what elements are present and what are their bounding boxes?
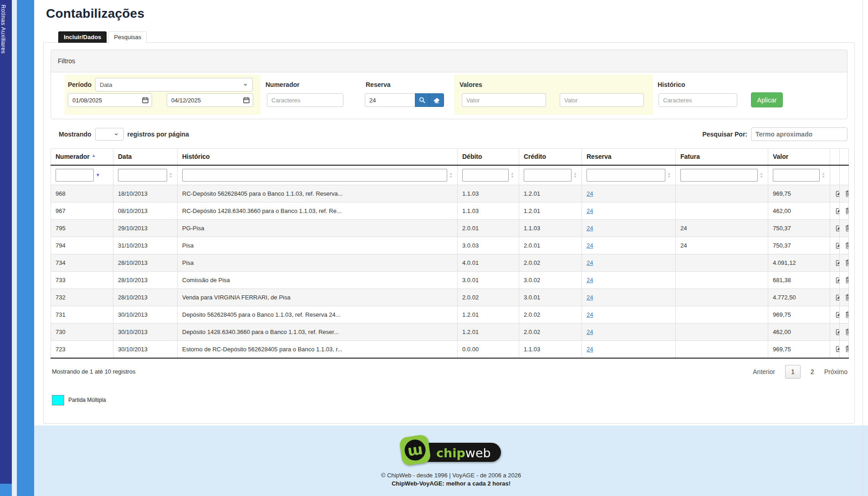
dropdown-icon[interactable]: ▼ — [96, 172, 100, 177]
col-header-fatura[interactable]: Fatura — [676, 149, 768, 165]
tab-pesquisas[interactable]: Pesquisas — [108, 31, 147, 43]
filter-historico-input[interactable] — [182, 169, 447, 182]
cell-fatura — [676, 202, 768, 220]
page-size-select[interactable]: ⌄ — [95, 128, 124, 141]
delete-row-button[interactable] — [844, 258, 849, 267]
delete-row-button[interactable] — [844, 344, 849, 353]
cell-debito: 4.0.01 — [458, 254, 519, 272]
cell-fatura — [676, 185, 768, 202]
pagination-previous[interactable]: Anterior — [753, 368, 775, 375]
pagination-page-1[interactable]: 1 — [785, 365, 801, 379]
filter-fatura-input[interactable] — [680, 169, 758, 182]
reserva-link[interactable]: 24 — [587, 225, 593, 232]
trash-icon — [845, 190, 849, 197]
trash-icon — [845, 225, 849, 232]
col-header-reserva[interactable]: Reserva — [582, 149, 676, 165]
tagline-text: ChipWeb-VoyAGE: melhor a cada 2 horas! — [34, 480, 868, 487]
delete-row-button[interactable] — [844, 224, 849, 233]
pagination-page-2[interactable]: 2 — [811, 368, 814, 375]
delete-row-button[interactable] — [844, 241, 849, 250]
reserva-link[interactable]: 24 — [587, 259, 593, 266]
edit-row-button[interactable] — [835, 189, 840, 198]
col-header-debito[interactable]: Débito — [458, 149, 519, 165]
trash-icon — [845, 277, 849, 283]
trash-icon — [845, 329, 849, 335]
cell-valor: 462,00 — [768, 202, 830, 220]
filter-reserva-input[interactable] — [587, 169, 665, 182]
edit-row-button[interactable] — [835, 344, 840, 353]
cell-debito: 2.0.01 — [458, 220, 519, 237]
legend: Partida Múltipla — [52, 395, 848, 405]
reserva-search-button[interactable] — [415, 93, 429, 107]
edit-row-button[interactable] — [835, 207, 840, 215]
reserva-clear-button[interactable] — [429, 93, 444, 107]
pagination-next[interactable]: Próximo — [824, 368, 848, 375]
table-row: 733 28/10/2013 Comissão de Pisa 3.0.01 3… — [51, 272, 849, 289]
numerador-input[interactable] — [267, 93, 343, 107]
sidebar-rotinas-auxiliares[interactable]: Rotinas Auxiliares — [0, 0, 12, 484]
edit-row-button[interactable] — [835, 224, 840, 233]
edit-row-button[interactable] — [835, 310, 840, 319]
search-icon — [419, 97, 425, 103]
col-header-credito[interactable]: Crédito — [519, 149, 582, 165]
reserva-input[interactable] — [365, 93, 415, 107]
reserva-link[interactable]: 24 — [587, 329, 593, 335]
filter-credito-input[interactable] — [524, 169, 572, 182]
delete-row-button[interactable] — [844, 207, 849, 215]
col-header-numerador[interactable]: Numerador▲ — [51, 149, 113, 165]
edit-icon — [836, 208, 840, 214]
cell-fatura — [676, 324, 768, 341]
reserva-link[interactable]: 24 — [587, 311, 593, 318]
aplicar-button[interactable]: Aplicar — [751, 92, 783, 107]
valor-min-input[interactable] — [462, 93, 546, 107]
cell-fatura — [676, 254, 768, 272]
reserva-link[interactable]: 24 — [587, 277, 593, 283]
date-to-input[interactable] — [167, 93, 253, 107]
periodo-type-select[interactable]: Data ⌄ — [95, 78, 253, 91]
delete-row-button[interactable] — [844, 276, 849, 284]
edit-row-button[interactable] — [835, 258, 840, 267]
cell-reserva: 24 — [582, 220, 676, 237]
edit-row-button[interactable] — [835, 276, 840, 284]
pagination: Anterior 1 2 Próximo — [753, 365, 848, 379]
periodo-type-value: Data — [100, 81, 112, 88]
calendar-icon[interactable] — [243, 97, 250, 103]
filter-valor-input[interactable] — [773, 169, 820, 182]
cell-data: 28/10/2013 — [113, 254, 178, 272]
edit-row-button[interactable] — [835, 293, 840, 302]
edit-row-button[interactable] — [835, 241, 840, 250]
filter-data-input[interactable] — [118, 169, 167, 182]
delete-row-button[interactable] — [844, 189, 849, 198]
svg-text:chipweb: chipweb — [436, 446, 491, 460]
delete-row-button[interactable] — [844, 328, 849, 336]
chevron-down-icon: ⌄ — [113, 131, 119, 135]
filter-numerador-input[interactable] — [56, 169, 94, 182]
col-header-actions-1 — [830, 149, 840, 165]
date-from-input[interactable] — [68, 93, 152, 107]
sidebar-label[interactable]: Rotinas Auxiliares — [0, 0, 7, 54]
edit-row-button[interactable] — [835, 328, 840, 336]
partida-multipla-label: Partida Múltipla — [68, 397, 106, 403]
table-search-input[interactable] — [751, 127, 848, 141]
reserva-link[interactable]: 24 — [587, 346, 593, 353]
col-header-historico[interactable]: Histórico — [178, 149, 458, 165]
cell-numerador: 723 — [51, 341, 113, 358]
valor-max-input[interactable] — [560, 93, 644, 107]
trash-icon — [845, 242, 849, 249]
col-header-data[interactable]: Data — [113, 149, 178, 165]
tab-incluir-dados[interactable]: Incluir/Dados — [58, 31, 107, 43]
reserva-link[interactable]: 24 — [587, 190, 593, 197]
table-row: 795 29/10/2013 PG-Pisa 2.0.01 1.1.03 24 … — [51, 220, 849, 237]
reserva-link[interactable]: 24 — [587, 242, 593, 249]
edit-icon — [836, 277, 840, 283]
reserva-link[interactable]: 24 — [587, 294, 593, 301]
valores-label: Valores — [460, 81, 482, 88]
filter-debito-input[interactable] — [462, 169, 509, 182]
col-header-valor[interactable]: Valor — [768, 149, 830, 165]
delete-row-button[interactable] — [844, 293, 849, 302]
cell-valor: 969,75 — [768, 185, 830, 202]
historico-input[interactable] — [659, 93, 737, 107]
reserva-link[interactable]: 24 — [587, 208, 593, 214]
calendar-icon[interactable] — [142, 97, 148, 103]
delete-row-button[interactable] — [844, 310, 849, 319]
